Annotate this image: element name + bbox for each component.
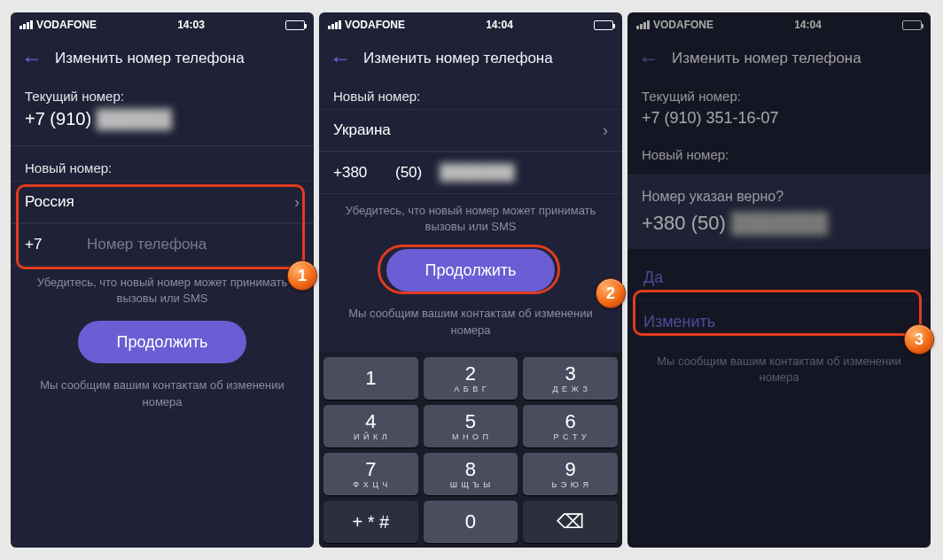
screen-3: VODAFONE 14:04 ← Изменить номер телефона… <box>627 12 931 548</box>
continue-button[interactable]: Продолжить <box>78 321 246 363</box>
phone-input-row[interactable]: +7 Номер телефона <box>11 223 314 266</box>
confirm-yes-button[interactable]: Да <box>627 256 931 300</box>
current-number: +7 (910) ██████ <box>11 109 314 140</box>
keypad-key[interactable]: 8Ш Щ Ъ Ы <box>424 453 518 495</box>
clock: 14:03 <box>177 19 205 31</box>
battery-icon <box>902 20 922 30</box>
status-bar: VODAFONE 14:04 <box>627 12 931 37</box>
page-title: Изменить номер телефона <box>55 50 245 67</box>
back-icon[interactable]: ← <box>638 48 659 69</box>
keypad-key[interactable]: 4И Й К Л <box>323 405 418 447</box>
country-selector[interactable]: Россия › <box>11 181 314 223</box>
keypad-key[interactable]: 1 <box>323 357 418 400</box>
country-selector[interactable]: Украина › <box>319 109 622 152</box>
back-icon[interactable]: ← <box>21 48 43 69</box>
confirm-question: Номер указан верно? <box>642 189 916 205</box>
new-number-label: Новый номер: <box>319 80 622 109</box>
step-badge-2: 2 <box>596 278 626 308</box>
phone-placeholder: Номер телефона <box>87 236 207 253</box>
keypad-key[interactable]: 5М Н О П <box>424 405 518 447</box>
phone-input-row[interactable]: +380 (50) ███████ <box>319 152 622 194</box>
chevron-right-icon: › <box>294 193 300 212</box>
new-number-label: Новый номер: <box>11 152 314 181</box>
keypad-key[interactable]: 0 <box>424 501 518 543</box>
current-number: +7 (910) 351-16-07 <box>627 109 931 138</box>
status-bar: VODAFONE 14:04 <box>319 12 622 37</box>
step-badge-3: 3 <box>904 324 934 354</box>
sub-hint: Мы сообщим вашим контактам об изменении … <box>319 297 622 346</box>
nav-bar: ← Изменить номер телефона <box>627 37 931 80</box>
keypad-key[interactable]: 3Д Е Ж З <box>523 357 618 400</box>
chevron-right-icon: › <box>603 121 608 140</box>
confirm-number: +380 (50) ███████ <box>642 212 916 235</box>
carrier-label: VODAFONE <box>653 19 713 31</box>
clock: 14:04 <box>486 19 513 31</box>
clock: 14:04 <box>794 19 822 31</box>
status-bar: VODAFONE 14:03 <box>11 12 314 37</box>
carrier-label: VODAFONE <box>36 19 97 31</box>
page-title: Изменить номер телефона <box>363 50 553 67</box>
nav-bar: ← Изменить номер телефона <box>11 37 314 80</box>
confirm-card: Номер указан верно? +380 (50) ███████ <box>627 175 931 249</box>
carrier-label: VODAFONE <box>345 19 405 31</box>
step-badge-1: 1 <box>287 261 317 291</box>
signal-icon <box>19 20 33 29</box>
keypad-key[interactable]: ⌫ <box>523 501 618 543</box>
numeric-keypad: 12А Б В Г3Д Е Ж З4И Й К Л5М Н О П6Р С Т … <box>319 352 622 548</box>
phone-number-blurred: ███████ <box>440 164 514 182</box>
nav-bar: ← Изменить номер телефона <box>319 37 622 80</box>
new-number-label: Новый номер: <box>627 138 931 167</box>
signal-icon <box>636 20 650 29</box>
keypad-key[interactable]: 2А Б В Г <box>424 357 518 400</box>
hint-text: Убедитесь, что новый номер может принима… <box>319 194 622 244</box>
keypad-key[interactable]: 6Р С Т У <box>523 405 618 447</box>
keypad-key[interactable]: 9Ь Э Ю Я <box>523 453 618 495</box>
country-name: Россия <box>25 193 74 211</box>
keypad-key[interactable]: 7Ф Х Ц Ч <box>323 453 418 495</box>
screen-1: VODAFONE 14:03 ← Изменить номер телефона… <box>11 12 314 548</box>
current-number-label: Текущий номер: <box>11 80 314 109</box>
keypad-key[interactable]: + * # <box>323 501 418 543</box>
hint-text: Убедитесь, что новый номер может принима… <box>11 266 314 315</box>
sub-hint: Мы сообщим вашим контактам об изменении … <box>627 345 931 394</box>
battery-icon <box>594 20 613 30</box>
page-title: Изменить номер телефона <box>672 50 861 67</box>
continue-button[interactable]: Продолжить <box>386 249 555 292</box>
phone-prefix: +7 <box>25 236 69 253</box>
signal-icon <box>328 20 341 29</box>
current-number-label: Текущий номер: <box>627 80 931 109</box>
back-icon[interactable]: ← <box>330 48 351 69</box>
battery-icon <box>285 20 305 30</box>
country-name: Украина <box>333 121 391 139</box>
phone-prefix: +380 <box>333 164 378 182</box>
confirm-edit-button[interactable]: Изменить <box>627 300 931 345</box>
screen-2: VODAFONE 14:04 ← Изменить номер телефона… <box>319 12 622 548</box>
phone-area: (50) <box>395 164 422 182</box>
sub-hint: Мы сообщим вашим контактам об изменении … <box>11 369 314 418</box>
